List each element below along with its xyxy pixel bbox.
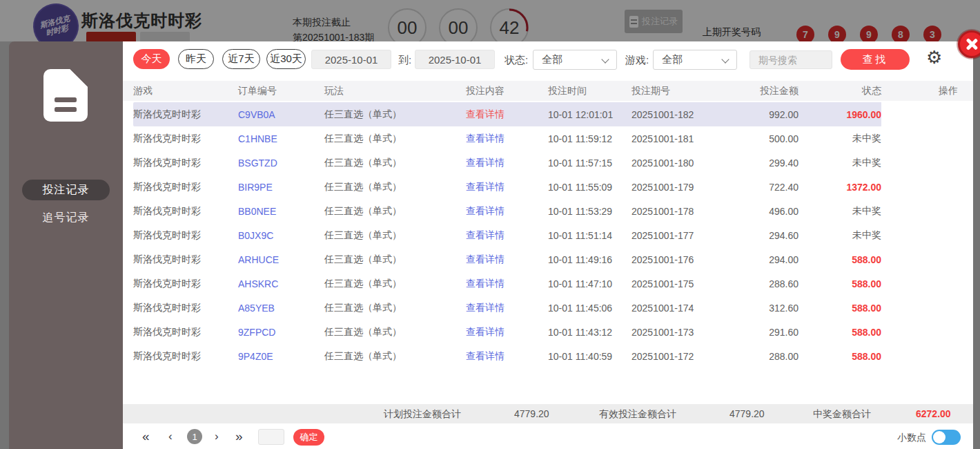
view-details-link[interactable]: 查看详情: [466, 326, 548, 338]
date-to-label: 到:: [398, 54, 411, 67]
cell-time: 10-01 11:55:09: [548, 182, 631, 193]
view-details-link[interactable]: 查看详情: [466, 278, 548, 290]
pagination-current-page[interactable]: 1: [187, 429, 202, 444]
date-from-input[interactable]: [311, 50, 391, 69]
chevron-down-icon: [601, 55, 609, 63]
cell-amount: 291.60: [718, 327, 798, 338]
cell-status: 未中奖: [798, 229, 881, 242]
win-total-label: 中奖金额合计: [813, 408, 871, 421]
view-details-link[interactable]: 查看详情: [466, 133, 548, 145]
cell-play: 任三直选（单式）: [324, 157, 466, 169]
cell-order-link[interactable]: A85YEB: [238, 303, 324, 314]
records-document-icon: [43, 69, 88, 122]
cell-game: 斯洛伐克时时彩: [133, 278, 238, 290]
close-button[interactable]: [958, 30, 980, 58]
col-content: 投注内容: [466, 85, 548, 97]
col-issue: 投注期号: [631, 85, 718, 97]
cell-order-link[interactable]: ARHUCE: [238, 254, 324, 265]
cell-status: 1372.00: [798, 182, 881, 193]
cell-order-link[interactable]: BSGTZD: [238, 157, 324, 169]
table-header: 游戏 订单编号 玩法 投注内容 投注时间 投注期号 投注金额 状态 操作: [123, 81, 973, 101]
pagination-last-button[interactable]: »: [235, 428, 243, 445]
game-select[interactable]: 全部: [653, 50, 737, 70]
cell-amount: 299.40: [718, 157, 798, 169]
cell-order-link[interactable]: B0JX9C: [238, 230, 324, 241]
view-details-link[interactable]: 查看详情: [466, 205, 548, 218]
filter-yesterday-button[interactable]: 昨天: [178, 49, 214, 69]
cell-play: 任三直选（单式）: [324, 350, 466, 363]
table-row: 斯洛伐克时时彩 9ZFPCD 任三直选（单式） 查看详情 10-01 11:43…: [123, 320, 973, 344]
cell-order-link[interactable]: BIR9PE: [238, 182, 324, 193]
close-icon: [965, 37, 979, 51]
table-row: 斯洛伐克时时彩 AHSKRC 任三直选（单式） 查看详情 10-01 11:47…: [123, 271, 973, 296]
table-row: 斯洛伐克时时彩 B0JX9C 任三直选（单式） 查看详情 10-01 11:51…: [123, 223, 973, 247]
date-to-input[interactable]: [415, 50, 495, 69]
sidebar-item-bet-records[interactable]: 投注记录: [22, 180, 110, 200]
cell-order-link[interactable]: AHSKRC: [238, 278, 324, 289]
gear-icon[interactable]: ⚙: [926, 47, 942, 68]
cell-order-link[interactable]: BB0NEE: [238, 206, 324, 217]
col-action: 操作: [881, 85, 962, 97]
view-details-link[interactable]: 查看详情: [466, 229, 548, 242]
view-details-link[interactable]: 查看详情: [466, 302, 548, 314]
cell-time: 10-01 11:53:29: [548, 206, 631, 217]
col-game: 游戏: [133, 85, 238, 97]
view-details-link[interactable]: 查看详情: [466, 350, 548, 363]
cell-order-link[interactable]: C9VB0A: [238, 109, 324, 120]
cell-time: 10-01 11:49:16: [548, 254, 631, 265]
filter-7days-button[interactable]: 近7天: [222, 49, 260, 69]
cell-status: 588.00: [798, 351, 881, 362]
modal-sidebar: 投注记录 追号记录: [9, 41, 123, 449]
page-jump-input[interactable]: [258, 429, 284, 445]
sidebar-item-chase-records[interactable]: 追号记录: [22, 207, 110, 228]
valid-total-label: 有效投注金额合计: [599, 408, 676, 421]
pagination-prev-button[interactable]: ‹: [168, 428, 173, 445]
chevron-down-icon: [721, 55, 729, 63]
cell-play: 任三直选（单式）: [324, 133, 466, 145]
cell-time: 10-01 11:57:15: [548, 157, 631, 169]
toggle-knob: [933, 431, 945, 443]
cell-status: 未中奖: [798, 133, 881, 145]
table-row: 斯洛伐克时时彩 9P4Z0E 任三直选（单式） 查看详情 10-01 11:40…: [123, 344, 973, 368]
cell-issue: 20251001-178: [631, 206, 718, 217]
table-row: 斯洛伐克时时彩 BIR9PE 任三直选（单式） 查看详情 10-01 11:55…: [123, 175, 973, 199]
view-details-link[interactable]: 查看详情: [466, 108, 548, 121]
view-details-link[interactable]: 查看详情: [466, 181, 548, 193]
cell-status: 1960.00: [798, 109, 881, 120]
cell-order-link[interactable]: C1HNBE: [238, 133, 324, 144]
view-details-link[interactable]: 查看详情: [466, 157, 548, 169]
modal-content: 今天 昨天 近7天 近30天 到: 状态: 全部 游戏: 全部 查找 ⚙ 游戏 …: [123, 41, 973, 449]
pagination-first-button[interactable]: «: [142, 428, 150, 445]
cell-issue: 20251001-181: [631, 133, 718, 144]
cell-time: 10-01 11:51:14: [548, 230, 631, 241]
search-button[interactable]: 查找: [841, 49, 910, 70]
cell-amount: 500.00: [718, 133, 798, 144]
cell-order-link[interactable]: 9P4Z0E: [238, 351, 324, 362]
cell-issue: 20251001-175: [631, 278, 718, 289]
cell-play: 任三直选（单式）: [324, 108, 466, 121]
cell-time: 10-01 11:47:10: [548, 278, 631, 289]
col-order: 订单编号: [238, 85, 324, 97]
filter-30days-button[interactable]: 近30天: [266, 49, 306, 69]
cell-game: 斯洛伐克时时彩: [133, 302, 238, 314]
cell-play: 任三直选（单式）: [324, 326, 466, 338]
cell-game: 斯洛伐克时时彩: [133, 157, 238, 169]
cell-game: 斯洛伐克时时彩: [133, 181, 238, 193]
cell-issue: 20251001-173: [631, 327, 718, 338]
filter-today-button[interactable]: 今天: [133, 49, 170, 69]
issue-search-input[interactable]: [749, 50, 832, 69]
cell-game: 斯洛伐克时时彩: [133, 254, 238, 266]
table-row: 斯洛伐克时时彩 A85YEB 任三直选（单式） 查看详情 10-01 11:45…: [123, 296, 973, 320]
table-body: 斯洛伐克时时彩 C9VB0A 任三直选（单式） 查看详情 10-01 12:01…: [123, 102, 973, 368]
plan-total-value: 4779.20: [514, 408, 549, 419]
game-filter-label: 游戏:: [625, 54, 649, 67]
pagination-next-button[interactable]: ›: [215, 428, 219, 445]
status-select[interactable]: 全部: [533, 50, 617, 70]
cell-order-link[interactable]: 9ZFPCD: [238, 327, 324, 338]
view-details-link[interactable]: 查看详情: [466, 254, 548, 266]
col-status: 状态: [798, 85, 881, 97]
page-confirm-button[interactable]: 确定: [293, 429, 324, 446]
table-row: 斯洛伐克时时彩 C9VB0A 任三直选（单式） 查看详情 10-01 12:01…: [123, 102, 973, 126]
cell-time: 10-01 12:01:01: [548, 109, 631, 120]
decimal-toggle-switch[interactable]: [932, 430, 961, 445]
